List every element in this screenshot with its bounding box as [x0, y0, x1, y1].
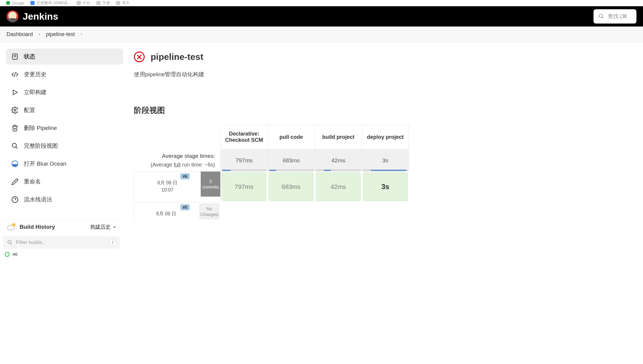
stage-view-title: 阶段视图 — [134, 105, 643, 116]
search-icon — [7, 240, 13, 245]
trash-icon — [11, 125, 18, 132]
svg-point-0 — [599, 14, 603, 18]
sidebar-item-label: 配置 — [24, 106, 35, 114]
build-label-cell[interactable]: #5 8月 08 日 No Changes — [134, 202, 220, 220]
sidebar-item-blue-ocean[interactable]: 打开 Blue Ocean — [6, 156, 123, 172]
bookmark-item[interactable]: Google — [6, 1, 24, 5]
commits-box[interactable]: 3 commits — [201, 172, 220, 197]
sidebar-item-status[interactable]: 状态 — [6, 49, 123, 65]
build-history-title: Build History — [20, 224, 86, 230]
filter-kbd-hint: / — [109, 239, 116, 246]
help-icon — [11, 196, 18, 203]
sidebar-item-pipeline-syntax[interactable]: 流水线语法 — [6, 192, 123, 208]
build-number-badge: #5 — [180, 204, 190, 210]
sidebar-item-full-stage-view[interactable]: 完整阶段视图 — [6, 138, 123, 154]
build-filter[interactable]: / — [3, 236, 120, 249]
status-fail-icon — [134, 52, 145, 62]
stage-column-header: build project — [315, 125, 362, 150]
weather-icon — [7, 224, 16, 230]
build-history-row[interactable]: #6 — [0, 249, 123, 257]
sidebar-item-changes[interactable]: 变更历史 — [6, 66, 123, 83]
status-success-icon — [5, 252, 10, 257]
gear-icon — [11, 107, 18, 114]
browser-bookmark-bar: Google 百度翻译-200种语... 中台 手册 系天 — [0, 0, 643, 6]
svg-point-7 — [14, 109, 16, 111]
sidebar-item-build-now[interactable]: 立即构建 — [6, 84, 123, 100]
stage-column-header: Declarative: Checkout SCM — [220, 125, 268, 150]
sidebar-item-delete[interactable]: 删除 Pipeline — [6, 120, 123, 136]
stage-column-header: pull code — [268, 125, 315, 150]
avg-stage-cell: 683ms — [268, 150, 315, 171]
blue-ocean-icon — [11, 160, 18, 167]
filter-builds-input[interactable] — [16, 239, 106, 245]
status-icon — [11, 53, 18, 60]
svg-marker-6 — [13, 90, 17, 95]
sidebar-item-label: 流水线语法 — [24, 196, 52, 203]
avg-stage-cell: 797ms — [220, 150, 268, 171]
play-icon — [11, 89, 18, 96]
search-icon — [598, 13, 604, 19]
sidebar-item-label: 删除 Pipeline — [24, 124, 57, 132]
brand-title[interactable]: Jenkins — [23, 11, 58, 22]
search-icon — [11, 142, 18, 150]
page-title: pipeline-test — [151, 52, 203, 62]
avg-stage-cell: 3s — [362, 150, 409, 171]
svg-point-8 — [12, 143, 16, 147]
build-history-link[interactable]: 构建历史 — [90, 223, 117, 230]
sidebar-item-label: 打开 Blue Ocean — [24, 160, 67, 168]
build-date: 8月 08 日 10:07 — [134, 172, 201, 197]
stage-table: Declarative: Checkout SCM pull code buil… — [134, 125, 409, 220]
jenkins-logo-icon[interactable] — [7, 10, 18, 22]
bookmark-item[interactable]: 系天 — [116, 0, 130, 6]
stage-view: Declarative: Checkout SCM pull code buil… — [134, 125, 643, 220]
sidebar-item-label: 立即构建 — [24, 88, 47, 96]
chevron-right-icon — [38, 31, 41, 38]
stage-cell[interactable]: 3s — [363, 172, 408, 201]
build-number: #6 — [13, 252, 18, 257]
stage-cell[interactable]: 683ms — [269, 172, 313, 201]
sidebar-item-rename[interactable]: 重命名 — [6, 174, 123, 190]
main-content: pipeline-test 使用pipeline管理自动化构建 阶段视图 Dec… — [123, 43, 643, 257]
stage-header-row: Declarative: Checkout SCM pull code buil… — [134, 125, 409, 150]
bookmark-item[interactable]: 手册 — [96, 0, 110, 6]
stage-average-row: Average stage times: (Average full run t… — [134, 150, 409, 171]
sidebar-item-label: 状态 — [24, 53, 35, 60]
commits-box[interactable]: No Changes — [200, 204, 219, 219]
page-description: 使用pipeline管理自动化构建 — [134, 71, 643, 78]
stage-build-row[interactable]: #5 8月 08 日 No Changes — [134, 202, 409, 220]
app-header: Jenkins — [0, 6, 643, 27]
breadcrumb: Dashboard pipeline-test — [0, 27, 643, 43]
global-search[interactable] — [593, 9, 636, 24]
bookmark-item[interactable]: 百度翻译-200种语... — [30, 0, 71, 6]
stage-cell[interactable]: 797ms — [222, 172, 266, 201]
sidebar-item-configure[interactable]: 配置 — [6, 102, 123, 118]
svg-line-5 — [14, 72, 16, 77]
breadcrumb-dashboard[interactable]: Dashboard — [7, 31, 33, 38]
search-input[interactable] — [608, 13, 632, 20]
sidebar: 状态 变更历史 立即构建 配置 删除 Pipeline — [0, 43, 123, 257]
svg-point-12 — [8, 240, 11, 244]
stage-cell[interactable]: 42ms — [316, 172, 361, 201]
stage-build-row[interactable]: #6 8月 08 日 10:07 3 commits 79 — [134, 171, 409, 202]
breadcrumb-pipeline-test[interactable]: pipeline-test — [46, 31, 75, 38]
svg-line-1 — [602, 17, 604, 19]
chevron-down-icon — [112, 225, 117, 229]
sidebar-item-label: 完整阶段视图 — [24, 142, 58, 150]
sidebar-item-label: 变更历史 — [24, 71, 47, 78]
svg-line-13 — [10, 243, 12, 245]
code-icon — [11, 71, 18, 78]
bookmark-item[interactable]: 中台 — [77, 0, 90, 6]
average-label: Average stage times: (Average full run t… — [134, 150, 220, 171]
sidebar-item-label: 重命名 — [24, 178, 41, 186]
chevron-right-icon — [80, 31, 83, 38]
avg-stage-cell: 42ms — [315, 150, 362, 171]
pencil-icon — [11, 178, 18, 185]
svg-line-9 — [16, 147, 18, 149]
build-number-badge: #6 — [180, 173, 190, 179]
build-history-panel: Build History 构建历史 / #6 — [0, 220, 123, 257]
build-label-cell[interactable]: #6 8月 08 日 10:07 3 commits — [134, 171, 220, 202]
stage-column-header: deploy project — [362, 125, 409, 150]
